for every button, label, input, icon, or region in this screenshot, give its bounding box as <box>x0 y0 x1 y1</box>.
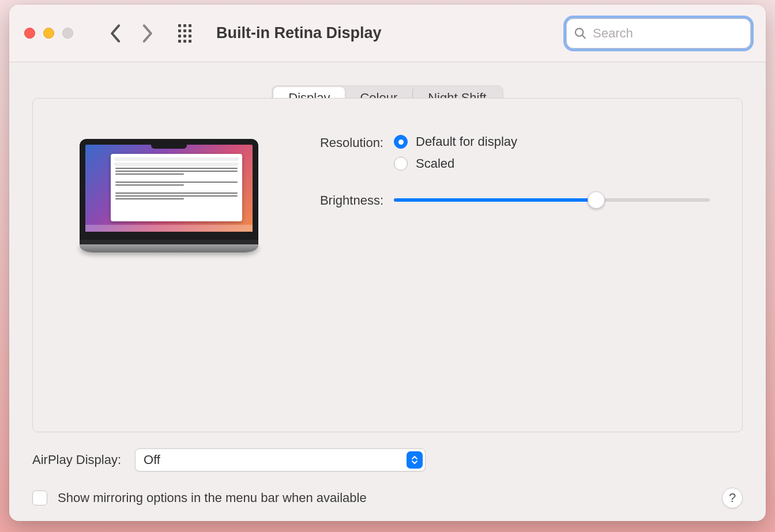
radio-unchecked-icon <box>394 157 408 171</box>
mirroring-checkbox-row[interactable]: Show mirroring options in the menu bar w… <box>32 491 367 505</box>
footer: AirPlay Display: Off Show mirroring opti… <box>32 448 743 508</box>
window-controls <box>24 28 73 39</box>
mirroring-label: Show mirroring options in the menu bar w… <box>58 491 367 505</box>
resolution-label: Resolution: <box>307 134 394 150</box>
svg-point-0 <box>575 28 583 36</box>
back-button[interactable] <box>106 23 126 44</box>
display-panel: Resolution: Default for display Scaled B <box>32 98 743 432</box>
airplay-label: AirPlay Display: <box>32 452 121 467</box>
radio-checked-icon <box>394 135 408 149</box>
titlebar: Built-in Retina Display <box>9 5 766 62</box>
checkbox-unchecked-icon <box>32 491 47 505</box>
help-icon: ? <box>729 491 736 505</box>
help-button[interactable]: ? <box>722 488 743 508</box>
select-chevron-icon <box>407 451 423 469</box>
search-icon <box>574 26 587 41</box>
laptop-illustration <box>80 139 258 252</box>
show-all-button[interactable] <box>176 25 193 42</box>
minimize-window-button[interactable] <box>43 28 54 39</box>
display-preview <box>65 132 273 414</box>
brightness-label: Brightness: <box>307 192 394 208</box>
brightness-slider[interactable] <box>394 192 710 208</box>
zoom-window-button <box>62 28 73 39</box>
search-field[interactable] <box>566 18 751 48</box>
close-window-button[interactable] <box>24 28 35 39</box>
search-input[interactable] <box>593 26 743 41</box>
airplay-select[interactable]: Off <box>135 448 426 471</box>
slider-fill <box>394 198 596 202</box>
content-area: Display Colour Night Shift <box>9 62 766 521</box>
airplay-value: Off <box>144 452 407 467</box>
resolution-default-radio[interactable]: Default for display <box>394 134 710 149</box>
slider-thumb[interactable] <box>588 191 605 209</box>
svg-line-1 <box>582 35 586 39</box>
settings-column: Resolution: Default for display Scaled B <box>307 132 710 414</box>
resolution-scaled-radio[interactable]: Scaled <box>394 156 710 171</box>
resolution-scaled-label: Scaled <box>416 156 454 171</box>
window-title: Built-in Retina Display <box>216 24 382 42</box>
resolution-default-label: Default for display <box>416 134 517 149</box>
preferences-window: Built-in Retina Display Display Colour N… <box>9 5 766 521</box>
forward-button <box>137 23 157 44</box>
